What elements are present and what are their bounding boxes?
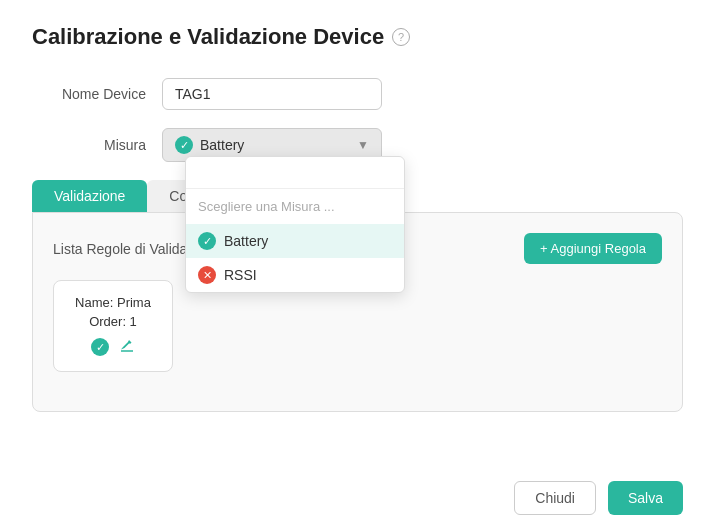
- dropdown-search-input[interactable]: [186, 157, 404, 189]
- tab-validazione[interactable]: Validazione: [32, 180, 147, 212]
- rule-edit-icon[interactable]: [119, 337, 135, 357]
- salva-button[interactable]: Salva: [608, 481, 683, 515]
- misura-select-left: ✓ Battery: [175, 136, 244, 154]
- chiudi-button[interactable]: Chiudi: [514, 481, 596, 515]
- main-page: Calibrazione e Validazione Device ? Nome…: [0, 0, 715, 436]
- misura-selected-value: Battery: [200, 137, 244, 153]
- dropdown-item-rssi[interactable]: ✕ RSSI: [186, 258, 404, 292]
- page-title: Calibrazione e Validazione Device: [32, 24, 384, 50]
- rule-card: Name: Prima Order: 1 ✓: [53, 280, 173, 372]
- misura-label: Misura: [32, 137, 162, 153]
- battery-label: Battery: [224, 233, 268, 249]
- battery-check-icon: ✓: [198, 232, 216, 250]
- rssi-label: RSSI: [224, 267, 257, 283]
- nome-device-input[interactable]: [162, 78, 382, 110]
- rule-name: Name: Prima: [72, 295, 154, 310]
- nome-device-row: Nome Device: [32, 78, 683, 110]
- page-header: Calibrazione e Validazione Device ?: [32, 24, 683, 50]
- help-icon[interactable]: ?: [392, 28, 410, 46]
- dropdown-item-battery[interactable]: ✓ Battery: [186, 224, 404, 258]
- footer-row: Chiudi Salva: [482, 465, 715, 531]
- add-rule-button[interactable]: + Aggiungi Regola: [524, 233, 662, 264]
- misura-arrow-icon: ▼: [357, 138, 369, 152]
- misura-dropdown: Scegliere una Misura ... ✓ Battery ✕ RSS…: [185, 156, 405, 293]
- rule-check-icon[interactable]: ✓: [91, 338, 109, 356]
- rssi-x-icon: ✕: [198, 266, 216, 284]
- misura-check-icon: ✓: [175, 136, 193, 154]
- rule-order: Order: 1: [72, 314, 154, 329]
- nome-device-label: Nome Device: [32, 86, 162, 102]
- rule-card-actions: ✓: [72, 337, 154, 357]
- dropdown-placeholder-text: Scegliere una Misura ...: [186, 189, 404, 224]
